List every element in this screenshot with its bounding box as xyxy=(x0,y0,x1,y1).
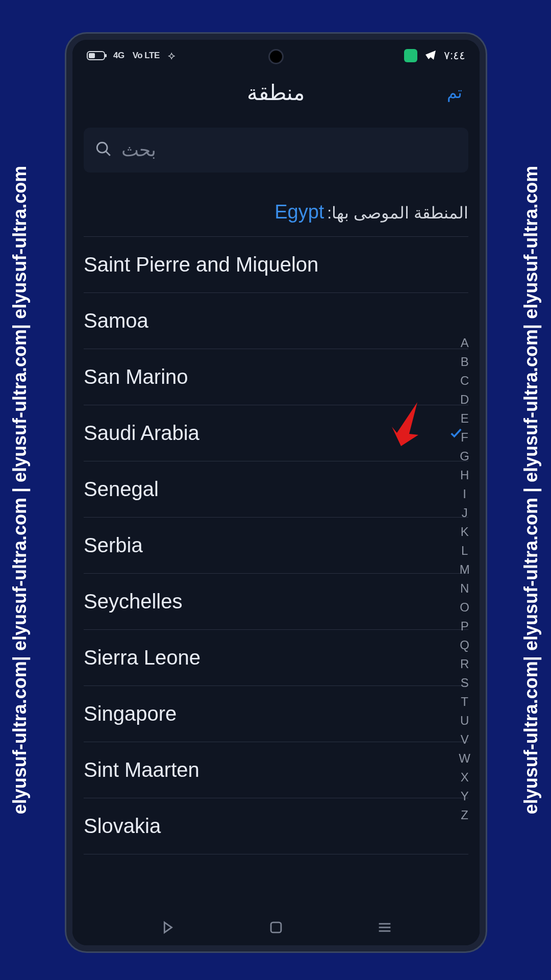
watermark-left: elyusuf-ultra.com| elyusuf-ultra.com | e… xyxy=(9,166,31,814)
recommended-label: المنطقة الموصى بها: xyxy=(327,203,468,223)
scroll-area[interactable]: بحث المنطقة الموصى بها: Egypt Saint Pier… xyxy=(72,116,480,912)
list-item[interactable]: Sint Maarten xyxy=(84,742,468,798)
alpha-letter[interactable]: B xyxy=(461,355,469,369)
svg-line-1 xyxy=(106,151,110,156)
country-name: Sint Maarten xyxy=(84,758,199,781)
alpha-letter[interactable]: G xyxy=(460,449,469,463)
alpha-letter[interactable]: E xyxy=(461,411,469,426)
list-item[interactable]: Singapore xyxy=(84,686,468,742)
list-item[interactable]: Sierra Leone xyxy=(84,630,468,686)
page-header: منطقة تم xyxy=(72,71,480,113)
watermark-right: elyusuf-ultra.com| elyusuf-ultra.com | e… xyxy=(520,166,542,814)
page-title: منطقة xyxy=(247,80,305,105)
country-list: Saint Pierre and MiquelonSamoaSan Marino… xyxy=(84,237,468,854)
search-icon xyxy=(95,140,112,160)
search-input[interactable]: بحث xyxy=(84,128,468,173)
alpha-letter[interactable]: P xyxy=(461,619,469,633)
svg-point-0 xyxy=(97,142,107,153)
list-item[interactable]: Serbia xyxy=(84,518,468,574)
svg-rect-2 xyxy=(271,922,281,933)
recommended-value: Egypt xyxy=(274,201,324,223)
alpha-letter[interactable]: Z xyxy=(461,808,468,822)
alpha-letter[interactable]: M xyxy=(460,562,470,577)
list-item[interactable]: Senegal xyxy=(84,461,468,518)
country-name: Senegal xyxy=(84,478,159,501)
alpha-letter[interactable]: Q xyxy=(460,638,469,652)
alpha-letter[interactable]: L xyxy=(461,544,468,558)
battery-icon xyxy=(87,51,105,60)
status-left: 4G Vo LTE ⟡ xyxy=(87,49,176,62)
volte-icon: Vo LTE xyxy=(133,51,160,61)
country-name: Singapore xyxy=(84,702,177,725)
alpha-letter[interactable]: F xyxy=(461,430,468,445)
list-item[interactable]: Samoa xyxy=(84,293,468,349)
phone-frame: 4G Vo LTE ⟡ ٧:٤٤ منطقة تم بحث xyxy=(66,34,486,951)
nav-home-icon[interactable] xyxy=(267,919,285,938)
camera-hole xyxy=(268,49,284,64)
alpha-index[interactable]: ABCDEFGHIJKLMNOPQRSTUVWXYZ xyxy=(459,336,470,822)
alpha-letter[interactable]: D xyxy=(460,393,469,407)
alpha-letter[interactable]: R xyxy=(460,657,469,671)
navigation-bar xyxy=(72,912,480,945)
alpha-letter[interactable]: T xyxy=(461,695,468,709)
alpha-letter[interactable]: W xyxy=(459,751,470,766)
alpha-letter[interactable]: A xyxy=(461,336,469,350)
alpha-letter[interactable]: C xyxy=(460,374,469,388)
alpha-letter[interactable]: U xyxy=(460,714,469,728)
alpha-letter[interactable]: S xyxy=(461,676,469,690)
country-name: Seychelles xyxy=(84,590,182,613)
list-item[interactable]: San Marino xyxy=(84,349,468,405)
country-name: Samoa xyxy=(84,309,148,332)
done-button[interactable]: تم xyxy=(447,83,462,102)
country-name: Slovakia xyxy=(84,815,161,838)
alpha-letter[interactable]: V xyxy=(461,732,469,747)
country-name: Saudi Arabia xyxy=(84,422,199,445)
alpha-letter[interactable]: N xyxy=(460,581,469,596)
alpha-letter[interactable]: H xyxy=(460,468,469,482)
app-badge-icon xyxy=(404,49,417,62)
alpha-letter[interactable]: Y xyxy=(461,789,469,803)
signal-4g-icon: 4G xyxy=(113,51,124,61)
nav-recents-icon[interactable] xyxy=(376,919,393,938)
status-right: ٧:٤٤ xyxy=(404,48,465,63)
clock-text: ٧:٤٤ xyxy=(444,49,465,62)
country-name: Serbia xyxy=(84,534,143,557)
list-item[interactable]: Saint Pierre and Miquelon xyxy=(84,237,468,293)
alpha-letter[interactable]: O xyxy=(460,600,469,615)
bluetooth-icon: ⟡ xyxy=(168,49,176,62)
alpha-letter[interactable]: J xyxy=(462,506,468,520)
alpha-letter[interactable]: I xyxy=(463,487,466,501)
list-item[interactable]: Seychelles xyxy=(84,574,468,630)
country-name: Sierra Leone xyxy=(84,646,201,669)
alpha-letter[interactable]: K xyxy=(461,525,469,539)
alpha-letter[interactable]: X xyxy=(461,770,469,785)
search-placeholder: بحث xyxy=(121,139,156,161)
list-item[interactable]: Saudi Arabia xyxy=(84,405,468,461)
phone-screen: 4G Vo LTE ⟡ ٧:٤٤ منطقة تم بحث xyxy=(72,40,480,945)
recommended-region[interactable]: المنطقة الموصى بها: Egypt xyxy=(84,201,468,237)
country-name: San Marino xyxy=(84,365,188,388)
telegram-icon xyxy=(424,48,437,63)
nav-back-icon[interactable] xyxy=(159,919,176,938)
list-item[interactable]: Slovakia xyxy=(84,798,468,854)
country-name: Saint Pierre and Miquelon xyxy=(84,253,318,276)
